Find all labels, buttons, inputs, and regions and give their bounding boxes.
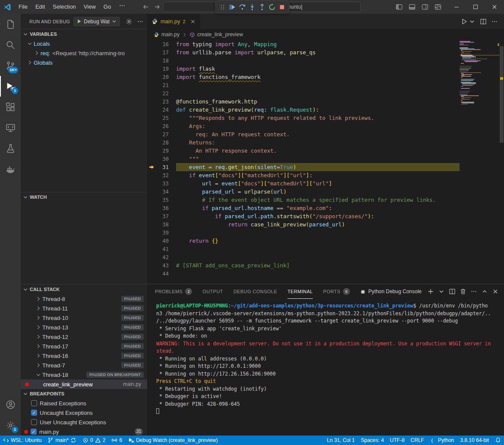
status-ports[interactable]: 6 <box>108 436 125 445</box>
status-eol[interactable]: CRLF <box>408 436 427 445</box>
call-stack-thread[interactable]: Thread-8 PAUSED <box>21 294 147 304</box>
editor-scrollbar[interactable] <box>499 40 504 284</box>
editor-more-actions-icon[interactable] <box>491 18 498 25</box>
code-line-20[interactable]: 20 import functions_framework <box>147 73 460 81</box>
code-line-34[interactable]: 34 parsed_url = urlparse(url) <box>147 188 460 196</box>
panel-tab-debug-console[interactable]: DEBUG CONSOLE <box>233 284 277 299</box>
breakpoint-row[interactable]: ✓ main.py 31 <box>21 427 147 436</box>
code-line-37[interactable]: 37 if parsed_url.path.startswith("/suppo… <box>147 212 460 220</box>
code-line-42[interactable]: 42 <box>147 253 460 261</box>
layout-customize-icon[interactable] <box>432 1 444 13</box>
code-line-16[interactable]: 16 from typing import Any, Mapping <box>147 40 460 48</box>
variable-row[interactable]: Locals <box>21 39 147 48</box>
call-stack-thread[interactable]: Thread-13 PAUSED <box>21 323 147 332</box>
code-line-36[interactable]: 36 if parsed_url.hostname == "example.co… <box>147 204 460 212</box>
menu-selection[interactable]: Selection <box>49 2 79 12</box>
code-line-28[interactable]: 28 Returns: <box>147 138 460 147</box>
code-line-44[interactable]: 44 <box>147 270 460 278</box>
breadcrumb-file[interactable]: main.py <box>161 31 180 38</box>
debug-current-line-arrow-icon[interactable] <box>147 164 156 170</box>
activity-search[interactable] <box>0 34 21 55</box>
status-debug-session[interactable]: Debug Watch (create_link_preview) <box>125 436 221 445</box>
stack-frame-create-link-preview[interactable]: create_link_preview main.py <box>21 379 147 389</box>
tab-main-py[interactable]: main.py 2 <box>147 14 201 29</box>
debug-drag-handle-button[interactable] <box>217 1 227 13</box>
debug-config-dropdown[interactable]: Debug Wat <box>73 17 120 26</box>
status-language-mode[interactable]: { } Python <box>427 436 457 445</box>
debug-step-over-button[interactable] <box>237 1 247 13</box>
activity-docker[interactable] <box>0 159 21 179</box>
terminal-dropdown-chevron-icon[interactable] <box>438 288 445 295</box>
code-line-23[interactable]: 23 @functions_framework.http <box>147 97 460 106</box>
menu-view[interactable]: View <box>80 2 100 12</box>
split-editor-icon[interactable] <box>480 18 487 25</box>
call-stack-thread[interactable]: Thread-16 PAUSED <box>21 351 147 360</box>
activity-run-and-debug[interactable]: 1 <box>0 76 21 97</box>
status-problems[interactable]: 0 2 <box>79 436 108 445</box>
code-line-22[interactable]: 22 <box>147 89 460 97</box>
status-indentation[interactable]: Spaces: 4 <box>358 436 387 445</box>
code-line-29[interactable]: 29 An HTTP response context. <box>147 147 460 155</box>
code-line-25[interactable]: 25 """Responds to any HTTP request relat… <box>147 114 460 122</box>
debug-restart-button[interactable] <box>267 1 277 13</box>
activity-extensions[interactable] <box>0 97 21 117</box>
call-stack-thread[interactable]: Thread-10 PAUSED <box>21 313 147 323</box>
code-line-30[interactable]: 30 """ <box>147 155 460 163</box>
code-line-26[interactable]: 26 Args: <box>147 122 460 130</box>
run-python-file-icon[interactable] <box>461 18 468 25</box>
debug-settings-gear-icon[interactable] <box>126 18 132 25</box>
breakpoints-section-header[interactable]: BREAKPOINTS <box>21 389 147 398</box>
more-menus-button[interactable] <box>115 2 129 12</box>
status-encoding[interactable]: UTF-8 <box>387 436 408 445</box>
debug-step-into-button[interactable] <box>247 1 257 13</box>
close-tab-icon[interactable] <box>190 19 196 25</box>
call-stack-thread[interactable]: Thread-17 PAUSED <box>21 342 147 351</box>
status-python-interpreter[interactable]: 3.8.10 64-bit <box>457 436 492 445</box>
activity-source-control[interactable]: 1K+ <box>0 55 21 76</box>
code-line-18[interactable]: 18 <box>147 56 460 65</box>
layout-panel-icon[interactable] <box>406 1 418 13</box>
go-forward-icon[interactable] <box>154 3 161 10</box>
code-line-31[interactable]: 31 event = req.get_json(silent=True) <box>147 163 460 171</box>
code-line-24[interactable]: 24 def create_link_preview(req: flask.Re… <box>147 106 460 114</box>
status-cursor-position[interactable]: Ln 31, Col 1 <box>324 436 358 445</box>
close-panel-icon[interactable] <box>492 288 499 295</box>
code-line-19[interactable]: 19 import flask <box>147 65 460 73</box>
breakpoint-checkbox[interactable]: ✓ <box>31 410 37 416</box>
maximize-button[interactable] <box>466 0 485 14</box>
debug-stop-button[interactable] <box>277 1 287 13</box>
code-line-33[interactable]: 33 url = event["docs"]["matchedUrl"]["ur… <box>147 179 460 188</box>
activity-testing[interactable] <box>0 138 21 159</box>
panel-tab-terminal[interactable]: TERMINAL <box>287 284 313 299</box>
panel-more-actions-icon[interactable] <box>470 288 477 295</box>
breakpoint-row[interactable]: Raised Exceptions <box>21 398 147 408</box>
code-line-35[interactable]: 35 # If the event object URL matches a s… <box>147 196 460 204</box>
code-line-32[interactable]: 32 if event["docs"]["matchedUrl"]["url"]… <box>147 171 460 179</box>
call-stack-thread[interactable]: Thread-7 PAUSED <box>21 360 147 370</box>
activity-manage[interactable]: 1 <box>0 415 21 436</box>
breadcrumb-symbol[interactable]: create_link_preview <box>197 31 243 38</box>
minimize-button[interactable] <box>447 0 466 14</box>
terminal-output[interactable]: pierrick@LAPTOP-HKU5PNNG:~/git/add-ons-s… <box>147 299 504 416</box>
layout-sidebar-left-icon[interactable] <box>394 1 405 13</box>
status-git-branch[interactable]: main* <box>44 436 79 445</box>
kill-terminal-icon[interactable] <box>460 288 466 295</box>
code-line-43[interactable]: 43 # [START add_ons_case_preview_link] <box>147 261 460 270</box>
code-line-21[interactable]: 21 <box>147 81 460 89</box>
status-remote-indicator[interactable]: WSL: Ubuntu <box>0 436 44 445</box>
maximize-panel-icon[interactable] <box>481 288 488 295</box>
call-stack-thread[interactable]: Thread-12 PAUSED <box>21 332 147 342</box>
sidebar-more-actions-icon[interactable] <box>137 18 144 25</box>
variable-row[interactable]: req: <Request 'http://charming-tro <box>21 48 147 58</box>
split-terminal-icon[interactable] <box>449 288 456 295</box>
code-line-39[interactable]: 39 <box>147 229 460 237</box>
activity-accounts[interactable] <box>0 394 21 415</box>
panel-tab-problems[interactable]: PROBLEMS 2 <box>155 284 192 299</box>
scrollbar-thumb[interactable] <box>500 46 504 143</box>
code-editor[interactable]: 16 from typing import Any, Mapping 17 fr… <box>147 40 504 284</box>
close-window-button[interactable] <box>485 0 504 14</box>
debug-step-out-button[interactable] <box>257 1 267 13</box>
activity-remote-explorer[interactable] <box>0 117 21 138</box>
code-line-38[interactable]: 38 return case_link_preview(parsed_url) <box>147 220 460 229</box>
panel-tab-output[interactable]: OUTPUT <box>202 284 223 299</box>
